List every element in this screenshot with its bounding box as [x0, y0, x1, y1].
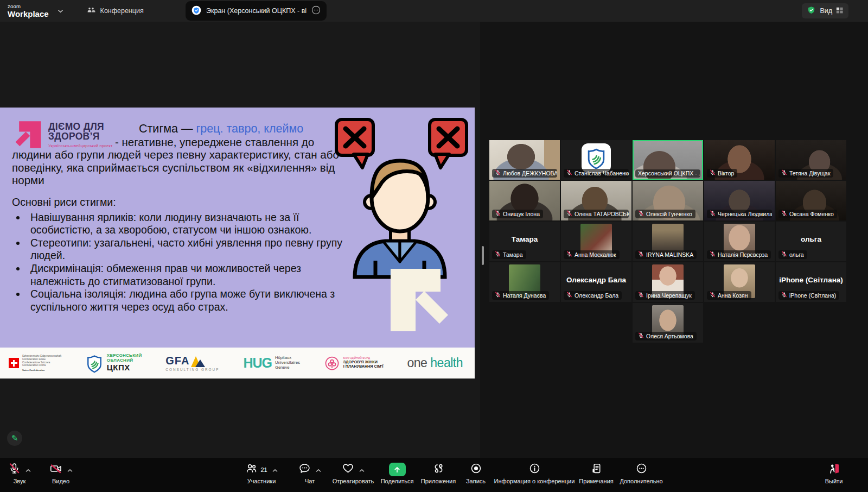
chat-button[interactable]: Чат — [295, 458, 325, 492]
slide-features: Основні риси стигми: Навішування ярликів… — [12, 196, 344, 313]
participant-tile[interactable]: Любов ДЕЖКУНОВА — [489, 140, 560, 180]
participants-button[interactable]: 21Участники — [237, 458, 286, 492]
slide-intro-line: поведінку, яка сприймається суспільством… — [12, 161, 335, 174]
slide-intro-line: - негативне, упереджене ставлення до — [115, 136, 314, 149]
participant-tile[interactable]: ТамараТамара — [489, 222, 560, 261]
slide-footer-logos: Schweizerische Eidgenossenschaft Confédé… — [0, 348, 475, 379]
participant-name: Ірина Черепащук — [646, 292, 692, 299]
mic-muted-icon — [8, 462, 21, 477]
mic-muted-icon — [781, 210, 787, 217]
menu-chevron-icon[interactable] — [316, 465, 321, 475]
mic-muted-icon — [638, 292, 644, 299]
apps-button[interactable]: Приложения — [414, 458, 463, 492]
participant-name-label: Олена ТАТАРОВСЬКА — [564, 210, 629, 218]
menu-chevron-icon[interactable] — [359, 465, 365, 475]
chat-icon — [298, 462, 311, 477]
slide-title-black: Стигма — — [139, 122, 196, 135]
participant-tile[interactable]: ольгаольга — [776, 222, 846, 261]
participant-name: Любов ДЕЖКУНОВА — [503, 170, 557, 176]
record-label: Запись — [466, 478, 486, 484]
participant-name-label: Олеся Артьомова — [635, 332, 697, 340]
participant-name-label: Наталя Дунаєва — [492, 291, 549, 300]
annotate-button[interactable]: ✎ — [7, 431, 22, 446]
share-label: Поделиться — [381, 478, 414, 484]
participant-tile[interactable]: Олеся Артьомова — [633, 303, 703, 343]
participant-name-label: Херсонський ОЦКПХ - ... — [635, 169, 700, 178]
fund-text: І ПЛАНУВАННЯ СІМ’Ї — [343, 364, 384, 369]
view-button[interactable]: Вид — [802, 3, 848, 18]
avatar — [582, 143, 611, 173]
person-figure — [355, 161, 445, 277]
participant-name-label: Олександр Бала — [564, 291, 622, 300]
leave-icon — [828, 462, 840, 477]
mic-muted-icon — [781, 251, 787, 258]
info-button[interactable]: Информация о конференции — [490, 458, 578, 492]
participant-name: ольга — [789, 251, 804, 258]
menu-chevron-icon[interactable] — [25, 465, 31, 475]
participant-count-badge: 21 — [260, 466, 267, 473]
swiss-confederation-logo: Schweizerische Eidgenossenschaft Confédé… — [9, 355, 61, 371]
mic-muted-icon — [638, 251, 644, 258]
info-icon — [528, 462, 541, 477]
menu-chevron-icon[interactable] — [272, 465, 278, 475]
onehealth-logo: onehealth — [407, 356, 463, 370]
record-button[interactable]: Запись — [461, 458, 491, 492]
participant-tile[interactable]: Оксана Фоменко — [776, 181, 846, 220]
zoom-workplace-logo: zoom Workplace — [8, 4, 49, 18]
cream-arrow-shape — [391, 269, 448, 331]
mic-muted-icon — [495, 292, 501, 299]
participant-tile[interactable]: IRYNA MALINSKA — [633, 222, 703, 261]
mic-muted-icon — [566, 292, 572, 299]
participant-tile[interactable]: Анна Козян — [704, 262, 775, 302]
menu-chevron-icon[interactable] — [67, 465, 73, 475]
diemo-logo-line2: ЗДОРОВ’Я — [48, 131, 113, 141]
participant-tile[interactable]: Наталя Дунаєва — [489, 262, 560, 302]
tab-conference[interactable]: Конференция — [86, 5, 144, 17]
mic-muted-icon — [495, 210, 501, 217]
participant-tile[interactable]: Онищук Ілона — [489, 181, 560, 220]
audio-button[interactable]: Звук — [7, 458, 33, 492]
participant-tile[interactable]: iPhone (Світлана)iPhone (Світлана) — [776, 262, 846, 302]
gfa-sub: CONSULTING GROUP — [165, 368, 219, 371]
participant-tile[interactable]: Станіслав Чабаненко — [561, 140, 631, 180]
diemo-logo-subtitle: Українсько-швейцарський проект — [48, 144, 113, 148]
participant-name-label: Тамара — [492, 250, 526, 259]
participant-tile[interactable]: Тетяна Дівущак — [776, 140, 846, 180]
participant-tile[interactable]: Олександр БалаОлександр Бала — [561, 262, 631, 302]
pink-arrow-icon — [13, 119, 43, 150]
participant-tile[interactable]: Наталія Пєрєвєрза — [704, 222, 775, 261]
video-button[interactable]: Видео — [46, 458, 76, 492]
participant-tile[interactable]: Анна Москалюк — [561, 222, 631, 261]
heart-icon — [342, 462, 354, 477]
participant-tile[interactable]: Ірина Черепащук — [633, 262, 703, 302]
participant-tile[interactable]: Олена ТАТАРОВСЬКА — [561, 181, 631, 220]
participant-tile[interactable]: Чернецька Людмила... — [704, 181, 775, 220]
participant-name-label: Онищук Ілона — [492, 210, 543, 218]
participant-tile[interactable]: Херсонський ОЦКПХ - ... — [633, 140, 703, 180]
more-icon[interactable] — [311, 5, 321, 17]
participant-name-label: Чернецька Людмила... — [707, 210, 772, 218]
participant-name: Олексій Гунченко — [646, 211, 692, 217]
mic-muted-icon — [566, 251, 572, 258]
participant-name: Наталя Дунаєва — [503, 292, 546, 299]
leave-button[interactable]: Выйти — [820, 458, 848, 492]
participant-name-label: Ірина Черепащук — [635, 291, 695, 300]
womens-health-fund-logo: БЛАГОДІЙНИЙ ФОНД ЗДОРОВ’Я ЖІНКИ І ПЛАНУВ… — [324, 355, 384, 371]
chat-label: Чат — [305, 478, 315, 484]
gfa-text: GFA — [165, 355, 189, 367]
slide-features-heading: Основні риси стигми: — [12, 196, 344, 209]
diemo-logo-line1: ДІЄМО ДЛЯ — [48, 122, 113, 131]
swiss-line: Schweizerische Eidgenossenschaft — [22, 355, 61, 358]
more-button[interactable]: Дополнительно — [612, 458, 671, 492]
chevron-down-icon[interactable] — [58, 9, 63, 13]
participant-tile[interactable]: Віктор — [704, 140, 775, 180]
slide-bullet: Соціальна ізоляція: людина або група мож… — [27, 288, 344, 313]
gallery-scrollbar[interactable] — [482, 246, 484, 265]
tab-screen-share[interactable]: Экран (Херсонський ОЦКПХ - ві — [186, 1, 327, 21]
participant-name: Херсонський ОЦКПХ - ... — [638, 170, 700, 176]
slide-intro-line: норми — [12, 174, 44, 187]
participant-name: Олександр Бала — [575, 292, 618, 299]
participant-tile[interactable]: Олексій Гунченко — [633, 181, 703, 220]
security-shield-icon — [807, 5, 816, 16]
grid-view-icon — [836, 7, 844, 16]
